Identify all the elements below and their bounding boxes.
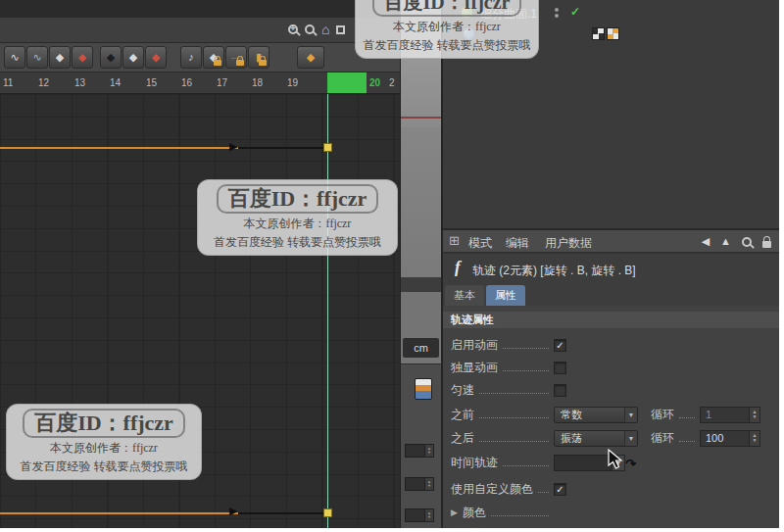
current-frame-label: 20 bbox=[369, 77, 380, 88]
timeline-nav-icons: ⌂ bbox=[288, 22, 345, 37]
before-loop-field[interactable]: 1▲▼ bbox=[700, 407, 760, 423]
loop-label: 循环 bbox=[651, 407, 674, 423]
row-before: 之前 常数▼ 循环 1▲▼ bbox=[451, 405, 773, 424]
keyframe[interactable] bbox=[323, 508, 332, 517]
history-back-icon[interactable]: ◀ bbox=[702, 236, 710, 247]
tab-attributes[interactable]: 属性 bbox=[486, 285, 525, 306]
animation-curve[interactable] bbox=[0, 147, 238, 149]
screenshot-stage: ⌂ ∿ ∿ ◆ ◆ ◆ ◆ ◆ ♪ ◆ — ▮ ◆ 11 12 13 14 15… bbox=[0, 0, 784, 532]
record-key-button[interactable]: ◆ bbox=[72, 46, 93, 69]
viewport-horizon bbox=[401, 277, 442, 292]
search-icon[interactable] bbox=[742, 237, 752, 247]
after-loop-field[interactable]: 100▲▼ bbox=[700, 430, 760, 447]
row-label: 使用自定义颜色 bbox=[451, 481, 533, 498]
set-keyframe-button[interactable]: ◆ bbox=[297, 46, 324, 69]
lock-icon[interactable] bbox=[762, 241, 771, 248]
key-red-button[interactable]: ◆ bbox=[145, 46, 167, 69]
zoom-in-icon[interactable] bbox=[288, 24, 298, 34]
keyframe[interactable] bbox=[323, 143, 332, 152]
enabled-check-icon[interactable]: ✓ bbox=[570, 5, 580, 19]
row-label: 之前 bbox=[451, 407, 474, 423]
watermark-title: 百度ID：ffjczr bbox=[23, 409, 185, 438]
row-custom-color: 使用自定义颜色 ✓ bbox=[451, 479, 773, 499]
row-label: 独显动画 bbox=[451, 360, 498, 376]
spinner-arrows-icon[interactable]: ▲▼ bbox=[749, 431, 760, 446]
sound-track-button[interactable]: ♪ bbox=[180, 46, 202, 69]
visibility-dots[interactable] bbox=[555, 8, 559, 18]
watermark-title: 百度ID：ffjczr bbox=[217, 184, 379, 214]
enable-animation-checkbox[interactable]: ✓ bbox=[554, 339, 566, 352]
texture-tag-icon[interactable] bbox=[592, 27, 605, 40]
animation-curve[interactable] bbox=[0, 512, 238, 514]
timeline-ruler[interactable]: 11 12 13 14 15 16 17 18 19 20 2 bbox=[0, 73, 400, 94]
panel-grid-icon[interactable]: ⊞ bbox=[449, 233, 460, 248]
zoom-icon[interactable] bbox=[305, 24, 315, 34]
curve-marker-icon: ▶ bbox=[229, 506, 237, 516]
key-white-button[interactable]: ◆ bbox=[122, 46, 144, 69]
spinner-arrows-icon[interactable]: ▲▼ bbox=[424, 478, 433, 490]
after-dropdown[interactable]: 振荡▼ bbox=[554, 430, 638, 447]
solo-animation-checkbox[interactable] bbox=[554, 362, 566, 374]
up-level-icon[interactable]: ▲ bbox=[720, 236, 731, 247]
spinner-arrows-icon[interactable]: ▲▼ bbox=[749, 408, 760, 422]
frame-label: 12 bbox=[38, 77, 49, 88]
row-constant-velocity: 匀速 bbox=[451, 380, 773, 400]
dotted-leader bbox=[479, 434, 549, 442]
watermark-line: 本文原创作者：ffjczr bbox=[13, 440, 195, 457]
lock-icon bbox=[236, 60, 244, 66]
lock-tangent-button[interactable]: ▮ bbox=[248, 46, 270, 69]
watermark-line: 首发百度经验 转载要点赞投票哦 bbox=[13, 459, 195, 475]
viewport-background bbox=[401, 127, 442, 277]
frame-all-icon[interactable] bbox=[336, 25, 345, 34]
menu-mode[interactable]: 模式 bbox=[468, 235, 492, 252]
frame-label: 16 bbox=[181, 77, 192, 88]
track-function-icon: f bbox=[455, 258, 461, 277]
animation-curve-selected[interactable] bbox=[238, 512, 328, 514]
spinner-field[interactable]: ▲▼ bbox=[405, 508, 434, 522]
tab-basic[interactable]: 基本 bbox=[445, 285, 484, 306]
lock-key-button[interactable]: ◆ bbox=[203, 46, 224, 69]
tangent-mode-button[interactable]: ∿ bbox=[26, 46, 48, 69]
attribute-tabs: 基本 属性 bbox=[443, 282, 779, 306]
row-label: 颜色 bbox=[463, 505, 486, 521]
row-enable-animation: 启用动画 ✓ bbox=[451, 335, 773, 355]
timeline-titlebar: ⌂ bbox=[0, 18, 400, 43]
spinner-field[interactable]: ▲▼ bbox=[405, 477, 434, 491]
color-expander-icon[interactable]: ▶ bbox=[451, 508, 463, 517]
animation-curve-selected[interactable] bbox=[238, 147, 328, 149]
material-tag-icon[interactable] bbox=[607, 27, 619, 40]
key-black-button[interactable]: ◆ bbox=[100, 46, 122, 69]
dotted-leader bbox=[503, 363, 549, 371]
menu-userdata[interactable]: 用户数据 bbox=[545, 235, 592, 252]
home-icon[interactable]: ⌂ bbox=[321, 23, 329, 36]
custom-color-checkbox[interactable]: ✓ bbox=[554, 483, 566, 496]
frame-label: 11 bbox=[3, 77, 13, 88]
spinner-field[interactable]: ▲▼ bbox=[405, 444, 434, 458]
dotted-leader bbox=[503, 459, 549, 466]
before-dropdown[interactable]: 常数▼ bbox=[554, 407, 638, 423]
watermark-title: 百度ID：ffjczr bbox=[372, 0, 522, 17]
watermark-line: 首发百度经验 转载要点赞投票哦 bbox=[204, 234, 391, 251]
spinner-arrows-icon[interactable]: ▲▼ bbox=[424, 509, 433, 521]
frame-label: 2 bbox=[389, 77, 395, 88]
constant-velocity-checkbox[interactable] bbox=[554, 384, 566, 397]
dotted-leader bbox=[679, 411, 695, 418]
preview-range[interactable] bbox=[327, 73, 367, 93]
lock-value-button[interactable]: — bbox=[225, 46, 247, 69]
menu-edit[interactable]: 编辑 bbox=[506, 235, 529, 252]
watermark: 百度ID：ffjczr 本文原创作者：ffjczr 首发百度经验 转载要点赞投票… bbox=[197, 179, 398, 256]
spinner-arrows-icon[interactable]: ▲▼ bbox=[424, 445, 433, 457]
playhead-line[interactable] bbox=[327, 94, 328, 528]
side-panel-strip: ▲▼ ▲▼ ▲▼ bbox=[401, 363, 442, 528]
attribute-body: 轨迹属性 启用动画 ✓ 独显动画 匀速 之前 常数▼ 循环 1▲▼ 之后 bbox=[443, 306, 779, 528]
timeline-window-edge bbox=[0, 0, 400, 18]
row-solo-animation: 独显动画 bbox=[451, 358, 773, 377]
curve-mode-button[interactable]: ∿ bbox=[4, 46, 25, 69]
section-track-properties[interactable]: 轨迹属性 bbox=[443, 312, 779, 328]
viewport-strip[interactable]: cm ▲▼ ▲▼ ▲▼ bbox=[400, 0, 441, 528]
dotted-leader bbox=[491, 508, 549, 516]
timeline-toolbar: ∿ ∿ ◆ ◆ ◆ ◆ ◆ ♪ ◆ — ▮ ◆ bbox=[0, 43, 400, 73]
time-track-field[interactable] bbox=[554, 455, 612, 471]
material-icon[interactable] bbox=[415, 378, 432, 400]
key-pair-button[interactable]: ◆ bbox=[49, 46, 71, 69]
